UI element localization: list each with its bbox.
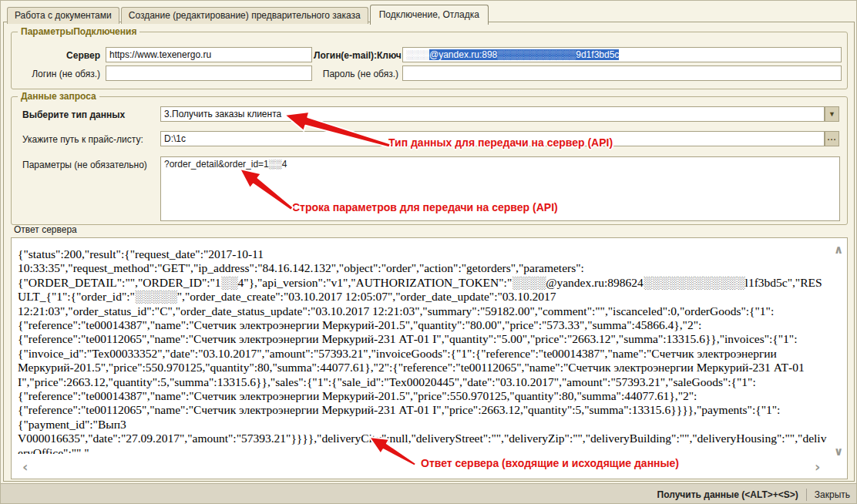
- scroll-right-icon[interactable]: ›: [815, 460, 820, 474]
- tab-strip: Работа с документами Создание (редактиро…: [7, 4, 489, 24]
- key-input[interactable]: ░░░░@yandex.ru:898░░░░░░░░░░░░9d1f3bd5c: [402, 47, 842, 62]
- login-label: Логин (не обяз.): [25, 69, 100, 79]
- annotation-data-type: Тип данных для передачи на сервер (API): [388, 136, 613, 149]
- bottom-command-bar: Получить данные (<ALT>+<S>) Закрыть: [1, 483, 857, 504]
- tab-connection-debug[interactable]: Подключение, Отладка: [370, 5, 489, 25]
- key-selected-text: @yandex.ru:898░░░░░░░░░░░░9d1f3bd5c: [429, 49, 619, 60]
- annotation-response: Ответ сервера (входящие и исходящие данн…: [421, 457, 679, 469]
- price-list-path-label: Укажите путь к прайс-листу:: [22, 134, 143, 145]
- tab-page-panel: ПараметрыПодключения Сервер Логин(e-mail…: [3, 22, 855, 482]
- close-button[interactable]: Закрыть: [807, 489, 857, 500]
- key-label: Логин(e-mail):Ключ: [314, 50, 398, 61]
- login-input[interactable]: [106, 66, 312, 81]
- server-input[interactable]: [106, 47, 312, 62]
- server-label: Сервер: [35, 50, 100, 61]
- scroll-down-icon[interactable]: ∨: [834, 446, 843, 458]
- server-response-text: {"status":200,"result":{"request_date":"…: [18, 247, 828, 454]
- data-type-value: 3.Получить заказы клиента: [164, 109, 281, 119]
- data-type-label: Выберите тип данных: [22, 109, 125, 120]
- password-label: Пароль (не обяз.): [316, 69, 398, 79]
- scroll-left-icon[interactable]: ‹: [22, 460, 28, 474]
- server-response-label: Ответ сервера: [14, 224, 77, 235]
- server-response-box[interactable]: {"status":200,"result":{"request_date":"…: [11, 237, 848, 479]
- get-data-button[interactable]: Получить данные (<ALT>+<S>): [650, 489, 806, 500]
- app-window: Работа с документами Создание (редактиро…: [0, 0, 857, 504]
- ellipsis-icon: ...: [827, 133, 836, 142]
- connection-group-title: ПараметрыПодключения: [18, 26, 139, 37]
- chevron-down-icon: ▼: [828, 111, 835, 118]
- scroll-up-icon[interactable]: ∧: [834, 244, 843, 256]
- key-redacted-prefix: ░░░░: [406, 49, 429, 60]
- tab-create-preorder[interactable]: Создание (редактирование) предварительно…: [121, 7, 368, 24]
- data-type-combobox[interactable]: 3.Получить заказы клиента: [160, 106, 825, 122]
- password-input[interactable]: [402, 66, 842, 81]
- annotation-params: Строка параметров для передачи на сервер…: [292, 201, 558, 213]
- tab-work-with-documents[interactable]: Работа с документами: [7, 7, 119, 24]
- parameters-label: Параметры (не обязательно): [22, 160, 147, 170]
- connection-parameters-group: ПараметрыПодключения Сервер Логин(e-mail…: [11, 32, 848, 89]
- data-type-dropdown-button[interactable]: ▼: [825, 106, 839, 122]
- request-group-title: Данные запроса: [18, 91, 99, 102]
- browse-path-button[interactable]: ...: [825, 131, 839, 146]
